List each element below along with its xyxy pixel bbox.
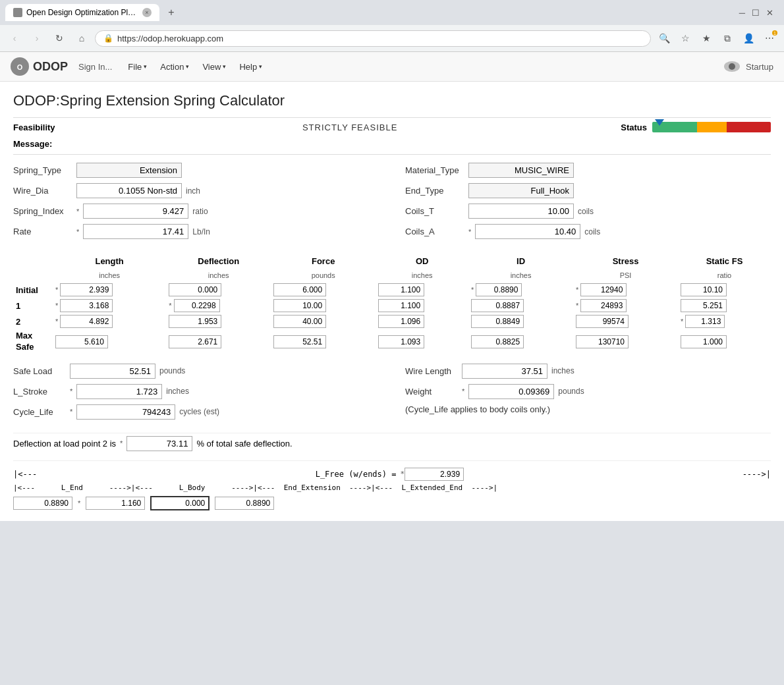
deflection-field[interactable] xyxy=(126,436,192,451)
lfree-row: |<--- L_Free (w/ends) = * ---->| xyxy=(13,468,771,481)
row2-defl-field[interactable] xyxy=(169,315,221,328)
file-menu[interactable]: File ▾ xyxy=(123,59,152,74)
coils-t-field[interactable] xyxy=(468,204,574,219)
reload-button[interactable]: ↻ xyxy=(50,29,69,47)
wire-length-label: Wire Length xyxy=(405,366,458,376)
tab-favicon xyxy=(13,8,22,17)
wire-length-field[interactable] xyxy=(462,364,547,379)
view-menu[interactable]: View ▾ xyxy=(197,59,231,74)
maxsafe-fs-field[interactable] xyxy=(681,335,727,348)
diag-end-ext-label: End_Extension xyxy=(284,483,341,492)
end-type-field[interactable]: Full_Hook xyxy=(468,183,574,198)
signin-link[interactable]: Sign In... xyxy=(78,62,112,72)
col-empty xyxy=(13,254,53,269)
new-tab-button[interactable]: + xyxy=(163,5,179,20)
end-ext-field[interactable] xyxy=(150,496,210,510)
row1-id-field[interactable] xyxy=(471,299,524,312)
row1-stress-field[interactable] xyxy=(580,299,627,312)
spring-type-field[interactable]: Extension xyxy=(76,163,182,178)
forward-button[interactable]: › xyxy=(28,29,46,47)
home-button[interactable]: ⌂ xyxy=(72,29,91,47)
maxsafe-stress-field[interactable] xyxy=(576,335,629,348)
spring-index-field[interactable] xyxy=(83,204,188,219)
initial-od-field[interactable] xyxy=(378,283,424,296)
spring-index-star: * xyxy=(76,207,79,215)
table-row: Initial * xyxy=(13,282,771,298)
row2-stress-field[interactable] xyxy=(576,315,629,328)
l-stroke-label: L_Stroke xyxy=(13,387,66,397)
cycle-life-field[interactable] xyxy=(76,404,175,420)
row2-od-field[interactable] xyxy=(378,315,424,328)
row1-length-field[interactable] xyxy=(60,299,113,312)
minimize-button[interactable]: ─ xyxy=(739,8,745,18)
row2-force-field[interactable] xyxy=(273,315,326,328)
action-menu[interactable]: Action ▾ xyxy=(155,59,194,74)
weight-field[interactable] xyxy=(468,384,554,399)
maxsafe-force-field[interactable] xyxy=(273,335,326,348)
status-red xyxy=(727,122,771,132)
help-menu[interactable]: Help ▾ xyxy=(234,59,267,74)
l-body-field[interactable] xyxy=(86,497,145,510)
star-icon: * xyxy=(78,499,80,507)
material-type-label: Material_Type xyxy=(405,165,464,175)
l-extended-end-field[interactable] xyxy=(215,497,274,510)
rate-star: * xyxy=(76,228,79,236)
coils-t-row: Coils_T coils xyxy=(405,204,771,219)
profile-icon[interactable]: 👤 xyxy=(739,29,758,47)
maxsafe-length-field[interactable] xyxy=(55,335,108,348)
row-ms-fs-cell xyxy=(678,329,771,354)
startup-button[interactable]: Startup xyxy=(722,60,773,73)
rate-unit: Lb/In xyxy=(192,227,210,236)
row-1-defl-cell: * xyxy=(166,298,271,314)
initial-defl-field[interactable] xyxy=(169,283,221,296)
star-icon: * xyxy=(169,302,173,310)
star-icon: * xyxy=(462,387,464,395)
rate-label: Rate xyxy=(13,227,72,236)
initial-id-field[interactable] xyxy=(476,283,522,296)
maxsafe-defl-field[interactable] xyxy=(169,335,221,348)
material-type-field[interactable]: MUSIC_WIRE xyxy=(468,163,574,178)
row2-fs-field[interactable] xyxy=(685,315,725,328)
row1-od-field[interactable] xyxy=(378,299,424,312)
tab-close-button[interactable]: × xyxy=(142,8,152,17)
row1-force-field[interactable] xyxy=(273,299,326,312)
initial-fs-field[interactable] xyxy=(681,283,727,296)
back-button[interactable]: ‹ xyxy=(5,29,24,47)
row-ms-id-cell xyxy=(468,329,573,354)
row1-defl-field[interactable] xyxy=(174,299,220,312)
maxsafe-id-field[interactable] xyxy=(471,335,524,348)
lfree-field[interactable] xyxy=(405,468,464,481)
address-bar[interactable]: 🔒 https://odop.herokuapp.com xyxy=(95,30,651,47)
star-outline-icon[interactable]: ☆ xyxy=(676,29,694,47)
weight-row: Weight * pounds xyxy=(405,384,771,399)
table-row: 2 * xyxy=(13,314,771,329)
rate-field[interactable] xyxy=(83,224,188,239)
unit-force: pounds xyxy=(271,269,376,282)
star-filled-icon[interactable]: ★ xyxy=(697,29,715,47)
initial-length-field[interactable] xyxy=(60,283,113,296)
tab-collections-icon[interactable]: ⧉ xyxy=(718,29,737,47)
l-stroke-field[interactable] xyxy=(76,384,162,399)
unit-id: inches xyxy=(468,269,573,282)
cycle-life-note: (Cycle_Life applies to body coils only.) xyxy=(405,404,550,414)
l-end-field[interactable] xyxy=(13,497,72,510)
maximize-button[interactable]: ☐ xyxy=(752,8,760,18)
coils-a-field[interactable] xyxy=(475,224,580,239)
wire-dia-field[interactable] xyxy=(76,183,182,198)
close-window-button[interactable]: ✕ xyxy=(766,8,773,18)
initial-force-field[interactable] xyxy=(273,283,326,296)
browser-tab[interactable]: Open Design Optimization Platfc... × xyxy=(5,4,159,21)
safe-load-field[interactable] xyxy=(70,364,155,379)
weight-unit: pounds xyxy=(558,387,584,396)
row2-length-field[interactable] xyxy=(60,315,113,328)
initial-stress-field[interactable] xyxy=(580,283,627,296)
unit-od: inches xyxy=(376,269,468,282)
coils-a-row: Coils_A * coils xyxy=(405,224,771,239)
extensions-icon[interactable]: ⋯ 1 xyxy=(760,29,779,47)
row1-fs-field[interactable] xyxy=(681,299,727,312)
row2-id-field[interactable] xyxy=(471,315,524,328)
end-type-label: End_Type xyxy=(405,186,464,196)
maxsafe-od-field[interactable] xyxy=(378,335,424,348)
star-icon: * xyxy=(576,286,580,294)
search-icon[interactable]: 🔍 xyxy=(655,29,673,47)
